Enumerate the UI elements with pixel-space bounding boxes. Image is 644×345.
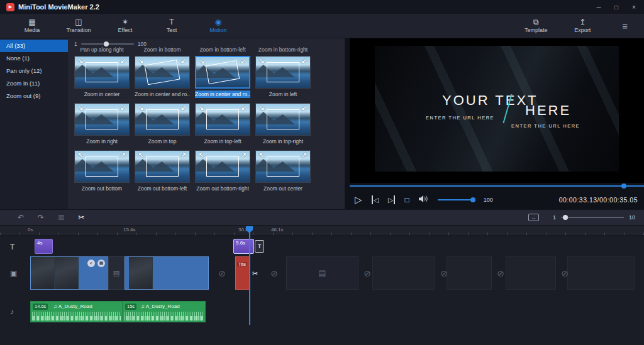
sidebar-item[interactable]: Zoom out (9): [0, 90, 68, 102]
sidebar-item[interactable]: Pan only (12): [0, 65, 68, 77]
template-icon: ⧉: [533, 18, 539, 26]
volume-slider-handle[interactable]: [470, 197, 475, 202]
preset-item[interactable]: ↘↙Zoom in right: [74, 103, 130, 145]
main-toolbar: ▦Media◫Transition✶EffectTText◉Motion ⧉Te…: [0, 14, 644, 38]
video-clip[interactable]: ◐ ▦: [30, 256, 109, 290]
tab-template[interactable]: ⧉Template: [513, 18, 559, 33]
close-icon[interactable]: ×: [630, 4, 638, 11]
maximize-icon[interactable]: □: [613, 4, 620, 11]
tab-label: Motion: [209, 27, 226, 33]
volume-icon[interactable]: [419, 194, 428, 205]
duration-slider-handle[interactable]: [104, 41, 109, 47]
preset-item[interactable]: ↘↙Zoom in left: [255, 56, 311, 98]
transition-placeholder-icon[interactable]: ⊘: [269, 268, 279, 278]
volume-slider[interactable]: [438, 199, 474, 200]
split-indicator-scissors-icon[interactable]: ✂: [252, 270, 258, 278]
duration-slider[interactable]: 1 100: [74, 41, 147, 47]
film-icon: ▤: [113, 269, 119, 277]
preset-item[interactable]: ↘↙Zoom in center and ro...: [195, 56, 250, 98]
transition-placeholder-icon[interactable]: ⊘: [560, 268, 570, 278]
stop-icon[interactable]: □: [404, 195, 409, 204]
text-clip-duration: 4s: [37, 240, 42, 246]
preset-item[interactable]: ↖↗Zoom out center: [255, 150, 311, 192]
preset-item[interactable]: ↘↙Zoom in center and ro...: [135, 56, 190, 98]
titlebar: ▶ MiniTool MovieMaker 2.2 ─ □ ×: [0, 0, 644, 14]
next-frame-icon[interactable]: ▷: [388, 195, 395, 204]
preset-label: Zoom in center and ro...: [195, 90, 250, 98]
sidebar-item[interactable]: All (33): [0, 40, 68, 52]
effect-icon: ✶: [122, 18, 128, 26]
transition-icon: ◫: [75, 18, 82, 26]
motion-frame-overlay: [267, 62, 299, 82]
tab-text[interactable]: TText: [148, 18, 195, 33]
motion-frame-overlay: [267, 109, 299, 129]
media-icon: ▦: [28, 18, 35, 26]
menu-icon[interactable]: ≡: [622, 21, 628, 31]
transition-placeholder-icon[interactable]: ⊘: [362, 268, 372, 278]
preset-label: Zoom out bottom-right: [195, 185, 250, 192]
timeline-zoom-slider[interactable]: [561, 217, 624, 218]
preset-item[interactable]: ↖↗Zoom out bottom: [74, 150, 130, 192]
transition-placeholder-icon[interactable]: ⊘: [439, 268, 449, 278]
motion-icon: ◉: [215, 18, 221, 26]
motion-arrow-icon: ↙: [121, 104, 126, 111]
video-clip[interactable]: [125, 256, 209, 290]
delete-icon[interactable]: ⊠: [58, 213, 64, 222]
text-clip-t-badge-icon[interactable]: T: [255, 240, 264, 253]
preset-item[interactable]: ↖↗Zoom out bottom-left: [135, 150, 190, 192]
motion-arrow-icon: ↙: [242, 104, 247, 111]
minimize-icon[interactable]: ─: [595, 4, 602, 11]
split-scissors-icon[interactable]: ✂: [78, 213, 84, 222]
play-icon[interactable]: ▷: [355, 195, 362, 204]
motion-arrow-icon: ↖: [138, 151, 143, 158]
preset-label: Zoom out bottom: [74, 185, 130, 192]
playhead[interactable]: [249, 226, 250, 325]
timecode: 00:00:33.13/00:00:35.05: [559, 196, 638, 204]
preset-item[interactable]: ↘↙Zoom in top-right: [255, 103, 311, 145]
sidebar-item[interactable]: Zoom in (11): [0, 77, 68, 90]
seek-bar[interactable]: [350, 185, 644, 187]
effect-badge-icon: ◐: [87, 260, 95, 267]
previous-frame-icon[interactable]: ◁: [372, 195, 379, 204]
preset-item[interactable]: ↘↙Zoom in top: [135, 103, 190, 145]
music-clip-duration: 15s: [125, 304, 136, 310]
music-note-icon: ♫: [141, 304, 145, 309]
tab-media[interactable]: ▦Media: [9, 18, 55, 33]
tab-effect[interactable]: ✶Effect: [102, 18, 148, 33]
ruler-label: 0s: [28, 227, 33, 233]
preset-item[interactable]: ↖↗Zoom out bottom-right: [195, 150, 250, 192]
film-slot[interactable]: ▤: [108, 256, 125, 290]
timeline-zoom-max: 10: [629, 214, 635, 221]
empty-video-slot[interactable]: ▤: [286, 256, 358, 290]
text-track-icon: T: [10, 243, 14, 251]
toolbar-left-tabs: ▦Media◫Transition✶EffectTText◉Motion: [9, 18, 242, 33]
music-note-icon: ♫: [53, 304, 57, 309]
redo-icon[interactable]: ↷: [38, 213, 44, 222]
preset-item[interactable]: ↘↙Zoom in center: [74, 56, 130, 98]
text-clip[interactable]: 4s: [35, 239, 53, 254]
undo-icon[interactable]: ↶: [18, 213, 24, 222]
overlay-url-line2: ENTER THE URL HERE: [511, 123, 580, 129]
timeline-zoom-handle[interactable]: [563, 215, 568, 220]
preset-label: Zoom in right: [74, 138, 130, 145]
text-clip-duration: 5.6s: [236, 240, 245, 246]
main-content: All (33)None (1)Pan only (12)Zoom in (11…: [0, 38, 644, 209]
tab-motion[interactable]: ◉Motion: [195, 18, 242, 33]
sidebar-item[interactable]: None (1): [0, 52, 68, 65]
motion-arrow-icon: ↙: [181, 57, 186, 64]
fit-to-timeline-icon[interactable]: ↔: [528, 214, 539, 221]
music-clip[interactable]: 15s ♫ A_Dusty_Road: [123, 301, 206, 322]
tab-export[interactable]: ↥Export: [559, 18, 606, 33]
transition-placeholder-icon[interactable]: ⊘: [496, 268, 506, 278]
text-clip[interactable]: 5.6s: [233, 239, 254, 254]
timeline-ruler[interactable]: 0s15.4s30.5s46.1s: [0, 226, 644, 236]
title-clip[interactable]: Title: [235, 256, 250, 290]
music-clip[interactable]: 14.6s ♫ A_Dusty_Road: [30, 301, 123, 322]
duration-slider-track[interactable]: [81, 43, 134, 45]
tab-transition[interactable]: ◫Transition: [55, 18, 102, 33]
transition-placeholder-icon[interactable]: ⊘: [217, 268, 227, 278]
seek-handle[interactable]: [621, 183, 626, 189]
preset-item[interactable]: ↘↙Zoom in top-left: [195, 103, 250, 145]
ruler-label: 46.1s: [271, 227, 284, 233]
preset-label: Zoom out center: [255, 185, 311, 192]
